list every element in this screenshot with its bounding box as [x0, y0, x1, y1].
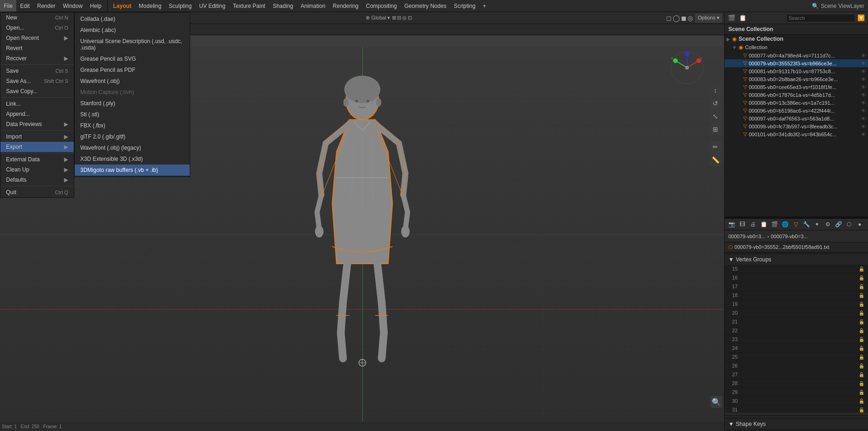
props-output-icon[interactable]: 🖨	[748, 219, 758, 229]
vg-item-25[interactable]: 25🔓	[725, 353, 868, 361]
vg-item-30[interactable]: 30🔓	[725, 397, 868, 406]
zoom-in-btn[interactable]: 🔍	[710, 396, 722, 408]
vg-item-24[interactable]: 24🔓	[725, 344, 868, 353]
props-scene-icon[interactable]: 📷	[727, 219, 737, 229]
collection-obj-083[interactable]: ▶ ▽ 000083-vb0=2b8bae26-vs=b966ce3e... 👁	[725, 75, 868, 83]
vg-item-26[interactable]: 26🔓	[725, 361, 868, 370]
file-link[interactable]: Link...	[0, 99, 74, 109]
vg-item-23[interactable]: 23🔓	[725, 335, 868, 344]
rp-filter-icon[interactable]: 🔽	[856, 13, 866, 23]
vg-item-15[interactable]: 15🔓	[725, 265, 868, 273]
vg-item-16[interactable]: 16🔓	[725, 273, 868, 282]
props-view-layer-icon2[interactable]: 📋	[759, 219, 769, 229]
workspace-add[interactable]: +	[479, 0, 490, 12]
collection-obj-081[interactable]: ▶ ▽ 000081-vb0=91317b10-vs=87753c8... 👁	[725, 67, 868, 75]
rp-view-layer-icon[interactable]: 📋	[738, 13, 748, 23]
vg-item-22[interactable]: 22🔓	[725, 326, 868, 335]
collection-obj-099[interactable]: ▶ ▽ 000099-vb0=fc73b597-vs=8feeadb3c... …	[725, 122, 868, 130]
collection-obj-085[interactable]: ▶ ▽ 000085-vb0=cee65ed3-vs=f1018f1fe... …	[725, 83, 868, 91]
props-data-icon[interactable]: ⬡	[844, 219, 854, 229]
menu-window[interactable]: Window	[59, 0, 86, 12]
export-collada[interactable]: Collada (.dae)	[75, 13, 190, 25]
annotate-tool[interactable]: ✏	[709, 141, 721, 153]
menu-edit[interactable]: Edit	[16, 0, 33, 12]
props-material-icon[interactable]: ●	[855, 219, 865, 229]
props-scene2-icon[interactable]: 🎬	[769, 219, 779, 229]
workspace-layout[interactable]: Layout	[109, 0, 135, 12]
file-recover[interactable]: Recover ▶	[0, 53, 74, 63]
file-external-data[interactable]: External Data ▶	[0, 154, 74, 165]
menu-help[interactable]: Help	[86, 0, 105, 12]
workspace-sculpting[interactable]: Sculpting	[165, 0, 195, 12]
collection-obj-086[interactable]: ▶ ▽ 000086-vb0=17876c1a-vs=4d5b17d... 👁	[725, 91, 868, 99]
export-grease-svg[interactable]: Grease Pencil as SVG	[75, 53, 190, 64]
file-revert[interactable]: Revert	[0, 43, 74, 53]
nav-gizmo[interactable]: X Y Z	[669, 49, 706, 86]
collection-search[interactable]	[786, 14, 855, 22]
workspace-modeling[interactable]: Modeling	[135, 0, 165, 12]
menu-render[interactable]: Render	[33, 0, 59, 12]
scene-collection-root[interactable]: ▶ ◉ Scene Collection	[725, 35, 868, 43]
vg-list-resize[interactable]	[725, 413, 868, 415]
workspace-scripting[interactable]: Scripting	[450, 0, 479, 12]
vg-item-17[interactable]: 17🔓	[725, 282, 868, 291]
measure-tool[interactable]: 📏	[709, 154, 721, 166]
file-append[interactable]: Append...	[0, 109, 74, 119]
props-constraints-icon[interactable]: 🔗	[833, 219, 843, 229]
rp-scene-icon[interactable]: 🎬	[727, 13, 737, 23]
workspace-geometry-nodes[interactable]: Geometry Nodes	[400, 0, 450, 12]
export-wavefront-obj-legacy[interactable]: Wavefront (.obj) (legacy)	[75, 142, 190, 153]
props-render-icon[interactable]: 🎞	[737, 219, 747, 229]
scale-tool[interactable]: ⤡	[709, 110, 721, 122]
vg-item-20[interactable]: 20🔓	[725, 309, 868, 317]
file-data-previews[interactable]: Data Previews ▶	[0, 119, 74, 129]
vg-item-19[interactable]: 19🔓	[725, 300, 868, 309]
export-3dmigoto[interactable]: 3DMigoto raw buffers (.vb + .ib)	[75, 165, 190, 176]
vg-item-21[interactable]: 21🔓	[725, 317, 868, 326]
collection-obj-088[interactable]: ▶ ▽ 000088-vb0=13c386ec-vs=1a7c191... 👁	[725, 99, 868, 107]
file-open-recent[interactable]: Open Recent ▶	[0, 33, 74, 43]
file-defaults[interactable]: Defaults ▶	[0, 175, 74, 185]
workspace-rendering[interactable]: Rendering	[329, 0, 362, 12]
collection-item-main[interactable]: ▼ ◉ Collection	[725, 43, 868, 51]
props-modifier-icon[interactable]: 🔧	[801, 219, 811, 229]
menu-file[interactable]: File	[0, 0, 16, 12]
collection-obj-096[interactable]: ▶ ▽ 000096-vb0=b5198ac6-vs=422f444l... 👁	[725, 107, 868, 114]
export-wavefront-obj[interactable]: Wavefront (.obj)	[75, 76, 190, 87]
options-btn[interactable]: Options ▾	[695, 13, 722, 23]
collection-obj-079[interactable]: ▶ ▽ 000079-vb0=355523f3-vs=b966ce3e... 👁	[725, 59, 868, 67]
props-world-icon[interactable]: 🌐	[780, 219, 790, 229]
vg-item-18[interactable]: 18🔓	[725, 291, 868, 300]
workspace-animation[interactable]: Animation	[297, 0, 329, 12]
collection-obj-101[interactable]: ▶ ▽ 000101-vb0=341db3f2-vs=843b654c... 👁	[725, 130, 868, 138]
vg-item-31[interactable]: 31🔓	[725, 406, 868, 413]
file-quit[interactable]: Quit Ctrl Q	[0, 187, 74, 197]
file-save[interactable]: Save Ctrl S	[0, 66, 74, 76]
collection-obj-077[interactable]: ▶ ▽ 000077-vb0=4a798ed4-vs=7111d7c... 👁	[725, 51, 868, 59]
props-particles-icon[interactable]: ✦	[812, 219, 822, 229]
export-grease-pdf[interactable]: Grease Pencil as PDF	[75, 64, 190, 76]
file-export[interactable]: Export ▶	[0, 142, 74, 152]
file-save-as[interactable]: Save As... Shift Ctrl S	[0, 76, 74, 86]
export-gltf[interactable]: glTF 2.0 (.glb/.gltf)	[75, 131, 190, 142]
export-stl[interactable]: Stl (.stl)	[75, 109, 190, 120]
workspace-texture-paint[interactable]: Texture Paint	[229, 0, 269, 12]
collection-obj-097[interactable]: ▶ ▽ 000097-vb0=daf76563-vs=563a1d8... 👁	[725, 114, 868, 122]
rotate-tool[interactable]: ↺	[709, 97, 721, 109]
workspace-uv-editing[interactable]: UV Editing	[195, 0, 229, 12]
export-alembic[interactable]: Alembic (.abc)	[75, 25, 190, 36]
vg-item-28[interactable]: 28🔓	[725, 379, 868, 388]
vg-item-27[interactable]: 27🔓	[725, 370, 868, 379]
export-stanford-ply[interactable]: Stanford (.ply)	[75, 98, 190, 109]
move-tool[interactable]: ↕	[709, 84, 721, 96]
shape-keys-header[interactable]: ▼ Shape Keys	[725, 419, 868, 429]
props-physics-icon[interactable]: ⚙	[823, 219, 833, 229]
file-new[interactable]: New Ctrl N	[0, 13, 74, 23]
props-object-icon[interactable]: ▽	[791, 219, 801, 229]
file-clean-up[interactable]: Clean Up ▶	[0, 165, 74, 175]
workspace-shading[interactable]: Shading	[269, 0, 297, 12]
export-x3d[interactable]: X3D Extensible 3D (.x3d)	[75, 153, 190, 165]
vertex-groups-header[interactable]: ▼ Vertex Groups	[725, 254, 868, 265]
workspace-compositing[interactable]: Compositing	[362, 0, 401, 12]
file-save-copy[interactable]: Save Copy...	[0, 86, 74, 96]
